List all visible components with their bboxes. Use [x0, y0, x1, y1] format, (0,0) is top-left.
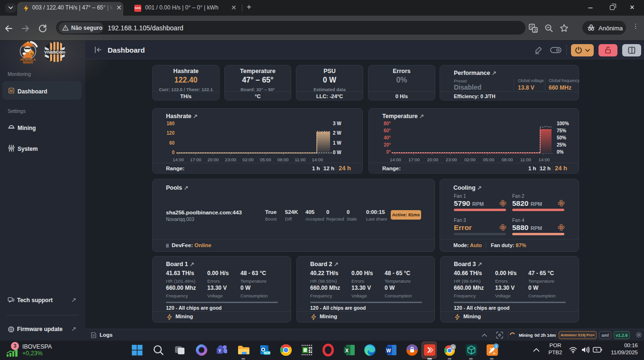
svg-text:文: 文	[534, 28, 537, 32]
svg-text:VnishCom: VnishCom	[44, 50, 65, 55]
svg-text:NEW: NEW	[264, 351, 270, 354]
svg-text:W: W	[386, 348, 391, 353]
svg-text:MINER: MINER	[23, 61, 33, 64]
svg-text:B: B	[30, 52, 33, 56]
svg-text:T: T	[219, 349, 221, 353]
svg-text:X: X	[345, 348, 349, 353]
svg-text:V: V	[452, 345, 455, 350]
